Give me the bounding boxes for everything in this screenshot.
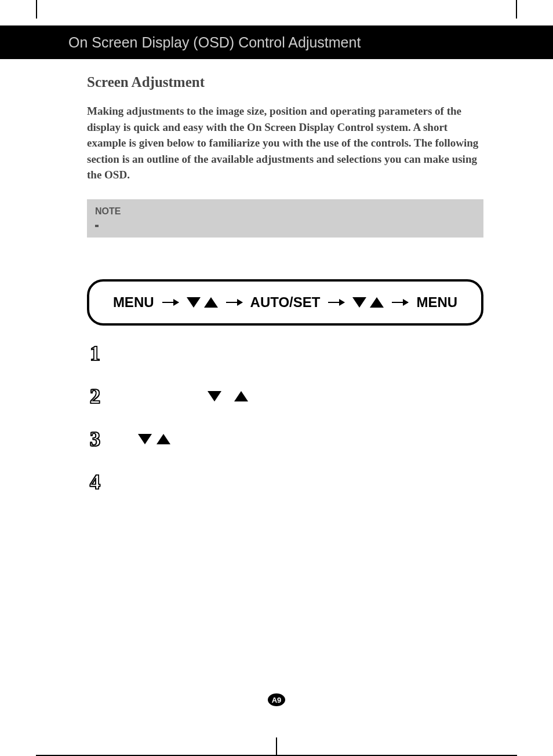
flow-menu-label-end: MENU: [416, 294, 457, 311]
page: On Screen Display (OSD) Control Adjustme…: [0, 0, 553, 756]
triangle-down-icon: [138, 434, 152, 444]
page-number-badge: A9: [268, 693, 285, 706]
up-down-icons: [187, 297, 218, 308]
step-number: 4: [87, 470, 103, 494]
crop-mark: [516, 0, 517, 19]
up-down-icons: [208, 391, 248, 401]
arrow-right-icon: [226, 302, 242, 303]
control-flow-box: MENU AUTO/SET MENU: [87, 279, 483, 326]
note-label: NOTE: [95, 206, 475, 217]
bullet-icon: [95, 225, 99, 227]
up-down-icons: [352, 297, 384, 308]
step-row: 2: [87, 384, 483, 409]
subtitle: Screen Adjustment: [87, 74, 483, 90]
page-number: A9: [272, 696, 282, 704]
arrow-right-icon: [392, 302, 408, 303]
section-header-bar: On Screen Display (OSD) Control Adjustme…: [0, 25, 553, 59]
step-number: 2: [87, 384, 103, 408]
step-number: 3: [87, 427, 103, 451]
crop-mark: [36, 0, 37, 19]
up-down-icons: [138, 434, 170, 444]
triangle-up-icon: [234, 391, 248, 401]
flow-autoset-label: AUTO/SET: [250, 294, 321, 311]
content-area: Screen Adjustment Making adjustments to …: [87, 74, 483, 512]
flow-menu-label: MENU: [113, 294, 154, 311]
triangle-down-icon: [208, 391, 221, 401]
triangle-up-icon: [370, 297, 384, 308]
step-number: 1: [87, 341, 103, 366]
arrow-right-icon: [328, 302, 344, 303]
triangle-up-icon: [204, 297, 218, 308]
triangle-up-icon: [157, 434, 170, 444]
steps-list: 1 2 3 4: [87, 341, 483, 495]
step-row: 3: [87, 426, 483, 452]
crop-mark: [276, 737, 277, 756]
triangle-down-icon: [187, 297, 201, 308]
step-row: 1: [87, 341, 483, 366]
arrow-right-icon: [162, 302, 179, 303]
intro-paragraph: Making adjustments to the image size, po…: [87, 103, 483, 183]
section-header-title: On Screen Display (OSD) Control Adjustme…: [68, 34, 361, 51]
triangle-down-icon: [352, 297, 366, 308]
note-box: NOTE: [87, 199, 483, 238]
step-row: 4: [87, 469, 483, 495]
